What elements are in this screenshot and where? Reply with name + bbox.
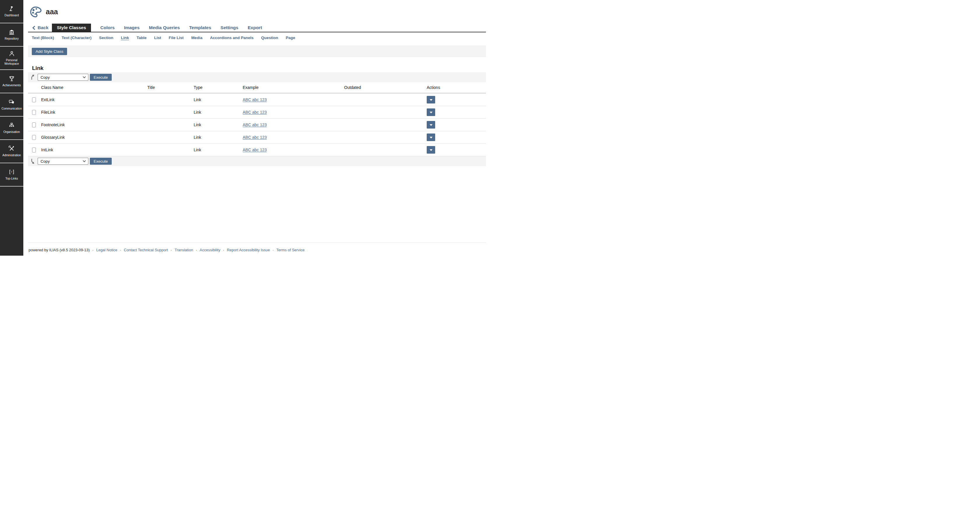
- subtab-question[interactable]: Question: [261, 36, 278, 40]
- caret-down-icon: [430, 149, 433, 152]
- tab-colors[interactable]: Colors: [100, 24, 115, 32]
- sidebar-item-communication[interactable]: Communication: [0, 93, 23, 117]
- tab-media-queries[interactable]: Media Queries: [149, 24, 180, 32]
- subtab-list[interactable]: List: [154, 36, 161, 40]
- sidebar-item-label: Personal Workspace: [0, 59, 23, 66]
- sidebar-item-label: Repository: [5, 37, 19, 41]
- back-link[interactable]: Back: [28, 24, 48, 32]
- bulk-action-select-wrap: Copy: [38, 74, 88, 81]
- topbar: aaa: [23, 0, 490, 24]
- class-name-cell: FileLink: [41, 110, 147, 114]
- sidebar-item-administration[interactable]: Administration: [0, 140, 23, 163]
- row-checkbox[interactable]: [32, 148, 36, 152]
- table-row: FileLink Link ABC abc 123: [28, 106, 486, 119]
- column-header-class-name: Class Name: [41, 85, 147, 90]
- subtab-text-character[interactable]: Text (Character): [62, 36, 92, 40]
- sidebar-item-label: Dashboard: [5, 14, 19, 17]
- subtab-media[interactable]: Media: [191, 36, 202, 40]
- page-title: aaa: [46, 8, 58, 16]
- tools-icon: [8, 146, 15, 152]
- execute-button-bottom[interactable]: Execute: [90, 158, 112, 165]
- footer-link-legal-notice[interactable]: Legal Notice: [96, 248, 117, 252]
- row-actions-dropdown-button[interactable]: [427, 96, 435, 103]
- main-area: aaa Back Style Classes Colors Images Med…: [23, 0, 490, 256]
- type-cell: Link: [194, 148, 243, 152]
- subtab-section[interactable]: Section: [99, 36, 113, 40]
- example-link[interactable]: ABC abc 123: [243, 135, 267, 140]
- table-row: FootnoteLink Link ABC abc 123: [28, 119, 486, 131]
- sidebar-item-organisation[interactable]: Organisation: [0, 117, 23, 140]
- sidebar-item-top-links[interactable]: T Top-Links: [0, 163, 23, 187]
- caret-down-icon: [430, 112, 433, 115]
- tab-settings[interactable]: Settings: [221, 24, 238, 32]
- section-heading: Link: [32, 65, 486, 71]
- type-cell: Link: [194, 135, 243, 140]
- table-header: Class Name Title Type Example Outdated A…: [28, 82, 486, 94]
- footer-link-terms-of-service[interactable]: Terms of Service: [276, 248, 304, 252]
- sidebar-item-achievements[interactable]: Achievements: [0, 70, 23, 93]
- example-link[interactable]: ABC abc 123: [243, 97, 267, 102]
- subtab-page[interactable]: Page: [286, 36, 295, 40]
- type-cell: Link: [194, 122, 243, 127]
- footer-link-translation[interactable]: Translation: [174, 248, 193, 252]
- class-name-cell: ExtLink: [41, 97, 147, 102]
- subtab-link[interactable]: Link: [121, 36, 129, 40]
- caret-down-icon: [430, 124, 433, 127]
- bulk-action-select[interactable]: Copy: [38, 158, 88, 165]
- org-chart-icon: [8, 122, 15, 129]
- row-checkbox[interactable]: [32, 135, 36, 140]
- bulk-action-select[interactable]: Copy: [38, 74, 88, 81]
- row-checkbox[interactable]: [32, 122, 36, 127]
- arrow-down-right-icon: [30, 158, 35, 164]
- lamp-icon: [8, 6, 15, 12]
- column-header-type: Type: [194, 85, 243, 90]
- row-checkbox[interactable]: [32, 97, 36, 102]
- example-link[interactable]: ABC abc 123: [243, 122, 267, 127]
- sidebar-item-label: Organisation: [3, 130, 20, 134]
- type-cell: Link: [194, 110, 243, 114]
- subtab-accordions-and-panels[interactable]: Accordions and Panels: [210, 36, 253, 40]
- row-checkbox[interactable]: [32, 110, 36, 115]
- sidebar-item-label: Communication: [2, 107, 22, 111]
- table-row: GlossaryLink Link ABC abc 123: [28, 131, 486, 144]
- main-sidebar: Dashboard Repository Personal Workspace …: [0, 0, 23, 256]
- row-actions-dropdown-button[interactable]: [427, 108, 435, 116]
- tab-style-classes[interactable]: Style Classes: [52, 24, 91, 32]
- subtab-text-block[interactable]: Text (Block): [32, 36, 54, 40]
- footer-link-accessibility[interactable]: Accessibility: [200, 248, 221, 252]
- subtab-table[interactable]: Table: [137, 36, 146, 40]
- bulk-action-select-wrap: Copy: [38, 158, 88, 165]
- sidebar-item-dashboard[interactable]: Dashboard: [0, 0, 23, 23]
- chat-bubbles-icon: [8, 99, 15, 105]
- add-style-class-button[interactable]: Add Style Class: [32, 48, 67, 55]
- toolbar: Add Style Class: [28, 46, 486, 57]
- class-name-cell: GlossaryLink: [41, 135, 147, 140]
- user-icon: [8, 51, 15, 57]
- execute-button-top[interactable]: Execute: [90, 74, 112, 81]
- powered-by-text: powered by ILIAS (v8.5 2023-09-13): [29, 248, 90, 252]
- row-actions-dropdown-button[interactable]: [427, 133, 435, 141]
- chevron-left-icon: [32, 25, 35, 30]
- tab-export[interactable]: Export: [248, 24, 262, 32]
- sidebar-item-personal-workspace[interactable]: Personal Workspace: [0, 47, 23, 70]
- type-cell: Link: [194, 97, 243, 102]
- example-link[interactable]: ABC abc 123: [243, 110, 267, 114]
- table-row: ExtLink Link ABC abc 123: [28, 94, 486, 106]
- bank-icon: [8, 29, 15, 35]
- column-header-title: Title: [147, 85, 194, 90]
- subtab-file-list[interactable]: File List: [169, 36, 184, 40]
- column-header-outdated: Outdated: [344, 85, 427, 90]
- row-actions-dropdown-button[interactable]: [427, 121, 435, 129]
- footer-link-report-accessibility-issue[interactable]: Report Accessibility Issue: [227, 248, 270, 252]
- svg-text:T: T: [11, 171, 13, 173]
- example-link[interactable]: ABC abc 123: [243, 148, 267, 152]
- brackets-t-icon: T: [8, 169, 15, 175]
- subtab-bar: Text (Block) Text (Character) Section Li…: [28, 32, 486, 43]
- row-actions-dropdown-button[interactable]: [427, 146, 435, 154]
- sidebar-item-repository[interactable]: Repository: [0, 23, 23, 47]
- tab-templates[interactable]: Templates: [189, 24, 212, 32]
- tab-images[interactable]: Images: [124, 24, 139, 32]
- footer-link-contact-technical-support[interactable]: Contact Technical Support: [124, 248, 168, 252]
- column-header-actions: Actions: [427, 85, 486, 90]
- table-row: IntLink Link ABC abc 123: [28, 144, 486, 156]
